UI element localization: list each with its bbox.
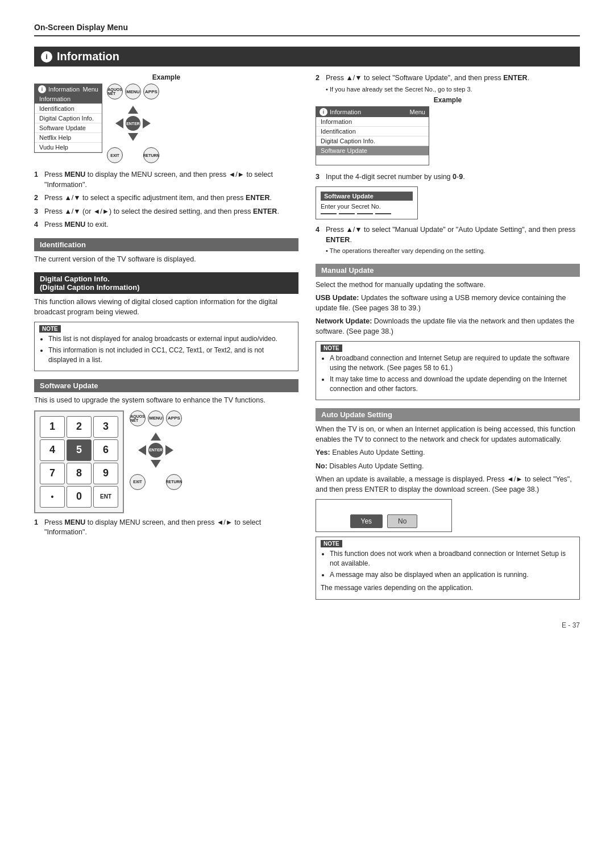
menu-item-r-digital-caption: Digital Caption Info. bbox=[316, 136, 429, 146]
sw-dash-4 bbox=[375, 213, 391, 214]
page-header-title: On-Screen Display Menu bbox=[34, 23, 128, 32]
remote-dpad-right-bottom: ENTER bbox=[136, 430, 176, 470]
software-update-title: Software Update bbox=[34, 379, 298, 392]
step-3-left: 3 Press ▲/▼ (or ◄/►) to select the desir… bbox=[34, 207, 298, 217]
menu-item-netflix: Netflix Help bbox=[35, 133, 102, 143]
step-4-left: 4 Press MENU to exit. bbox=[34, 220, 298, 230]
step-4-right-content: Press ▲/▼ to select "Manual Update" or "… bbox=[326, 225, 580, 255]
menu-mockup-header-left: i Information Menu bbox=[35, 84, 102, 94]
auto-update-note-3: The message varies depending on the appl… bbox=[321, 583, 575, 593]
page-footer: E - 37 bbox=[34, 621, 580, 629]
manual-update-note-2: It may take time to access and download … bbox=[330, 375, 575, 394]
numpad-4: 4 bbox=[40, 439, 65, 461]
yes-no-btns: Yes No bbox=[320, 514, 448, 528]
dpad-up-left bbox=[128, 106, 138, 114]
note-label-3: NOTE bbox=[321, 540, 342, 547]
digital-caption-notes: This list is not displayed for analog br… bbox=[48, 334, 293, 364]
step-4-right-text: Press ▲/▼ to select "Manual Update" or "… bbox=[326, 226, 575, 244]
step-1-left: 1 Press MENU to display the MENU screen,… bbox=[34, 170, 298, 190]
no-button[interactable]: No bbox=[387, 514, 417, 528]
step-3-right: 3 Input the 4-digit secret number by usi… bbox=[316, 172, 580, 182]
menu-item-vudu: Vudu Help bbox=[35, 143, 102, 152]
numpad-3: 3 bbox=[93, 416, 118, 438]
network-label: Network Update: bbox=[316, 317, 372, 325]
remote-menu-btn: MENU bbox=[125, 84, 141, 99]
auto-update-no: No: Disables Auto Update Setting. bbox=[316, 462, 580, 472]
step-1-num: 1 bbox=[34, 170, 42, 190]
numpad-5: 5 bbox=[67, 439, 92, 461]
menu-header-label-left: Information bbox=[48, 86, 80, 93]
note-label-1: NOTE bbox=[39, 325, 61, 333]
note-label-2: NOTE bbox=[321, 344, 342, 352]
step-4-right-sub: • The operations thereafter vary dependi… bbox=[326, 247, 580, 255]
step-4-num: 4 bbox=[34, 220, 42, 230]
step-2-right: 2 Press ▲/▼ to select "Software Update",… bbox=[316, 73, 580, 94]
step-2-right-text: Press ▲/▼ to select "Software Update", a… bbox=[326, 74, 529, 82]
step-2-left: 2 Press ▲/▼ to select a specific adjustm… bbox=[34, 193, 298, 203]
example-label-left: Example bbox=[34, 73, 298, 81]
remote-apps-btn-2: APPS bbox=[166, 410, 182, 426]
step-4-right-num: 4 bbox=[316, 225, 323, 255]
remote-return-btn: RETURN bbox=[143, 147, 159, 163]
numpad-dot: • bbox=[40, 486, 65, 508]
step-2-right-content: Press ▲/▼ to select "Software Update", a… bbox=[326, 73, 529, 94]
step-2-text: Press ▲/▼ to select a specific adjustmen… bbox=[44, 193, 272, 203]
sw-step-1-num: 1 bbox=[34, 518, 42, 538]
no-label: No: bbox=[316, 462, 327, 470]
remote-exit-btn: EXIT bbox=[107, 147, 123, 163]
menu-item-identification: Identification bbox=[35, 104, 102, 114]
remote-dpad-left: ENTER bbox=[113, 103, 153, 143]
steps-left: 1 Press MENU to display the MENU screen,… bbox=[34, 170, 298, 230]
usb-label: USB Update: bbox=[316, 294, 359, 302]
info-icon: i bbox=[41, 51, 52, 63]
dpad-right-left bbox=[143, 118, 151, 128]
remote-exit-btn-2: EXIT bbox=[130, 474, 146, 490]
step-2-right-num: 2 bbox=[316, 73, 323, 94]
step-3-text: Press ▲/▼ (or ◄/►) to select the desired… bbox=[44, 207, 279, 217]
dpad-left-rb bbox=[138, 445, 146, 455]
manual-update-note-1: A broadband connection and Internet Setu… bbox=[330, 354, 575, 373]
example-diagram-left: i Information Menu Information Identific… bbox=[34, 84, 298, 163]
dpad-down-left bbox=[128, 133, 138, 141]
menu-item-r-software-update: Software Update bbox=[316, 146, 429, 156]
step-3-num: 3 bbox=[34, 207, 42, 217]
page-header: On-Screen Display Menu bbox=[34, 23, 580, 36]
numpad-area: 1 2 3 4 5 6 7 8 9 • 0 ENT AQUOSNET MENU … bbox=[34, 410, 298, 513]
example-label-right: Example bbox=[316, 96, 580, 104]
remote-spacer-2 bbox=[148, 474, 164, 490]
numpad-0: 0 bbox=[67, 486, 92, 508]
numpad: 1 2 3 4 5 6 7 8 9 • 0 ENT bbox=[34, 410, 124, 513]
sw-update-box: Software Update Enter your Secret No. bbox=[316, 186, 418, 219]
manual-update-note: NOTE A broadband connection and Internet… bbox=[316, 341, 580, 400]
menu-word-left: Menu bbox=[82, 86, 98, 93]
auto-update-text: When the TV is on, or when an Internet a… bbox=[316, 425, 580, 445]
sw-dash-3 bbox=[357, 213, 373, 214]
numpad-2: 2 bbox=[67, 416, 92, 438]
auto-update-note: NOTE This function does not work when a … bbox=[316, 537, 580, 599]
menu-mockup-header-right: i Information Menu bbox=[316, 107, 429, 117]
sw-step-1: 1 Press MENU to display MENU screen, and… bbox=[34, 518, 298, 538]
step-3-right-text: Input the 4-digit secret number by using… bbox=[326, 172, 465, 182]
yes-no-spacer bbox=[320, 503, 448, 511]
example-block-right: Example i Information Menu Information I… bbox=[316, 96, 580, 165]
section-title-bar: i Information bbox=[34, 47, 580, 67]
numpad-7: 7 bbox=[40, 463, 65, 484]
menu-item-information-highlighted: Information bbox=[35, 94, 102, 104]
menu-item-r-identification: Identification bbox=[316, 127, 429, 136]
section-title: Information bbox=[57, 50, 119, 63]
remote-aquos-btn-2: AQUOSNET bbox=[130, 410, 146, 426]
menu-item-r-empty bbox=[316, 156, 429, 165]
digital-caption-note-1: This list is not displayed for analog br… bbox=[48, 334, 293, 344]
identification-title: Identification bbox=[34, 238, 298, 251]
menu-header-name-right: Information bbox=[330, 109, 361, 115]
yes-text: Enables Auto Update Setting. bbox=[332, 448, 425, 456]
step-4-text: Press MENU to exit. bbox=[44, 220, 109, 230]
right-column: 2 Press ▲/▼ to select "Software Update",… bbox=[316, 73, 580, 604]
menu-mockup-right: i Information Menu Information Identific… bbox=[316, 106, 429, 165]
step-1-text: Press MENU to display the MENU screen, a… bbox=[44, 170, 298, 190]
digital-caption-note: NOTE This list is not displayed for anal… bbox=[34, 322, 298, 371]
main-content: Example i Information Menu Information I… bbox=[34, 73, 580, 604]
sw-update-box-label: Enter your Secret No. bbox=[321, 203, 413, 210]
yes-button[interactable]: Yes bbox=[350, 514, 383, 528]
identification-text: The current version of the TV software i… bbox=[34, 255, 298, 265]
